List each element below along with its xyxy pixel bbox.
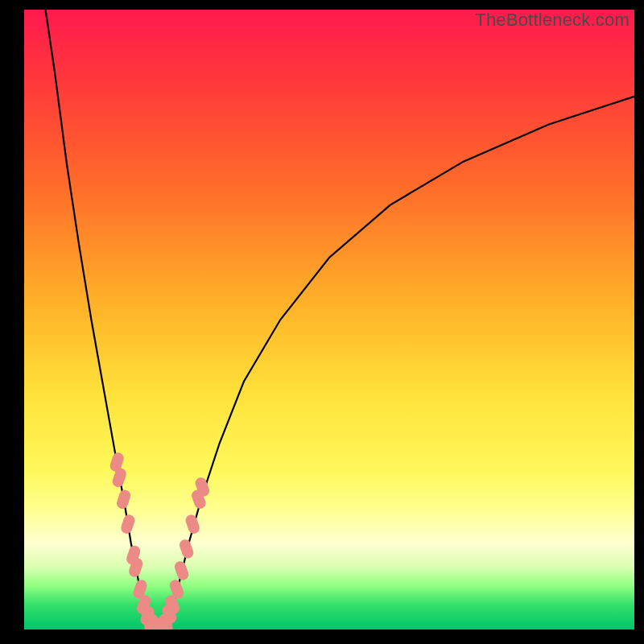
chart-frame: TheBottleneck.com xyxy=(24,10,634,630)
watermark-text: TheBottleneck.com xyxy=(475,10,630,31)
frame-border-left xyxy=(0,0,24,644)
marker-group xyxy=(109,452,211,630)
data-marker xyxy=(115,489,132,510)
frame-border-right xyxy=(634,0,644,644)
frame-border-bottom xyxy=(0,630,644,644)
curve-left-branch xyxy=(46,10,151,626)
data-marker xyxy=(184,513,201,535)
frame-border-top xyxy=(0,0,644,10)
curve-right-branch xyxy=(167,97,634,626)
data-marker xyxy=(173,559,190,581)
data-marker xyxy=(178,538,195,559)
chart-svg xyxy=(24,10,634,630)
curve-group xyxy=(46,10,634,628)
data-marker xyxy=(119,514,136,535)
